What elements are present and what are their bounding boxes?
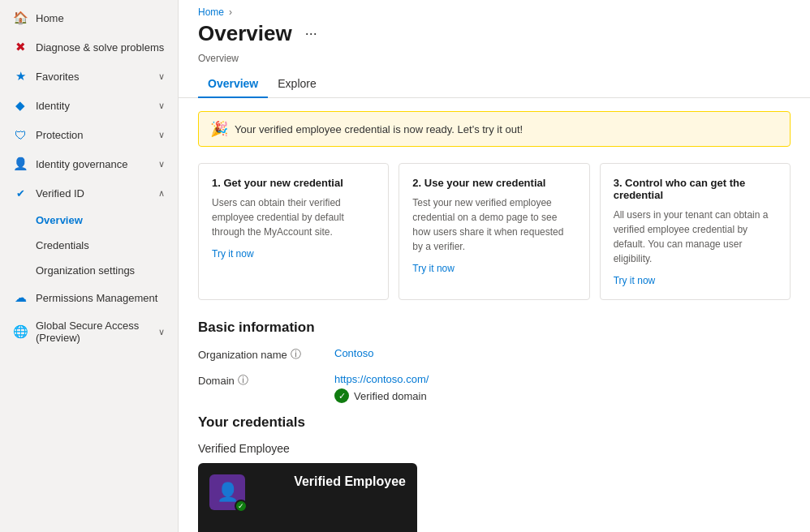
- info-icon[interactable]: ⓘ: [291, 347, 301, 362]
- global-icon: 🌐: [13, 324, 28, 339]
- sidebar-item-label: Permissions Management: [36, 292, 165, 304]
- chevron-down-icon: ∨: [158, 327, 165, 337]
- card-try-link[interactable]: Try it now: [412, 263, 455, 274]
- card-title: 2. Use your new credential: [412, 177, 575, 189]
- card-get-credential: 1. Get your new credential Users can obt…: [198, 163, 389, 300]
- info-icon[interactable]: ⓘ: [238, 373, 248, 388]
- breadcrumb-separator: ›: [229, 6, 232, 18]
- sidebar-item-label: Verified ID: [36, 187, 150, 200]
- identity-icon: ◆: [13, 98, 28, 113]
- banner-text: Your verified employee credential is now…: [235, 123, 523, 135]
- content-area: 🎉 Your verified employee credential is n…: [179, 98, 810, 532]
- card-description: Test your new verified employee credenti…: [412, 195, 575, 254]
- card-title: 3. Control who can get the credential: [614, 177, 777, 201]
- card-description: Users can obtain their verified employee…: [212, 195, 375, 239]
- domain-label: Domain: [198, 375, 235, 387]
- main-content: Home › Overview ··· Overview Overview Ex…: [179, 0, 810, 532]
- sidebar-item-label: Global Secure Access (Preview): [36, 320, 150, 344]
- credential-person-icon: 👤: [217, 482, 239, 503]
- credential-card-title: Verified Employee: [294, 474, 406, 489]
- sidebar-item-identity[interactable]: ◆ Identity ∨: [0, 91, 178, 120]
- card-title: 1. Get your new credential: [212, 177, 375, 189]
- domain-row: Domain ⓘ https://contoso.com/ ✓ Verified…: [198, 373, 791, 403]
- sub-item-label: Overview: [36, 214, 83, 226]
- chevron-up-icon: ∧: [158, 188, 165, 199]
- card-use-credential: 2. Use your new credential Test your new…: [399, 163, 589, 300]
- org-name-row: Organization name ⓘ Contoso: [198, 347, 791, 362]
- verified-id-icon: ✔: [13, 186, 28, 200]
- page-title: Overview: [198, 21, 292, 46]
- tabs-bar: Overview Explore: [179, 71, 810, 98]
- card-control-credential: 3. Control who can get the credential Al…: [600, 163, 791, 300]
- sidebar-item-governance[interactable]: 👤 Identity governance ∨: [0, 149, 178, 178]
- credential-logo: 👤 ✓: [209, 474, 245, 510]
- domain-url[interactable]: https://contoso.com/: [334, 373, 429, 385]
- sidebar-sub-item-overview[interactable]: Overview: [0, 208, 178, 233]
- sidebar-item-favorites[interactable]: ★ Favorites ∨: [0, 62, 178, 91]
- credential-check-icon: ✓: [238, 502, 244, 510]
- page-header: Overview ···: [179, 18, 810, 53]
- credential-card: 👤 ✓ Verified Employee Contoso: [198, 463, 417, 532]
- sidebar: 🏠 Home ✖ Diagnose & solve problems ★ Fav…: [0, 0, 179, 532]
- favorites-icon: ★: [13, 69, 28, 84]
- breadcrumb-home[interactable]: Home: [198, 6, 224, 18]
- verified-row: ✓ Verified domain: [334, 388, 791, 403]
- banner-icon: 🎉: [210, 120, 228, 138]
- getting-started-cards: 1. Get your new credential Users can obt…: [198, 163, 791, 300]
- sidebar-item-diagnose[interactable]: ✖ Diagnose & solve problems: [0, 32, 178, 62]
- sub-item-label: Credentials: [36, 239, 89, 251]
- home-icon: 🏠: [13, 11, 28, 25]
- verified-badge: ✓: [334, 388, 349, 403]
- more-options-button[interactable]: ···: [300, 24, 322, 44]
- page-subtitle: Overview: [179, 53, 810, 71]
- sidebar-sub-item-org-settings[interactable]: Organization settings: [0, 258, 178, 283]
- sidebar-item-permissions[interactable]: ☁ Permissions Management: [0, 283, 178, 312]
- basic-info-section: Basic information Organization name ⓘ Co…: [198, 320, 791, 403]
- sidebar-section-main: 🏠 Home ✖ Diagnose & solve problems ★ Fav…: [0, 3, 178, 351]
- sidebar-item-label: Diagnose & solve problems: [36, 41, 165, 54]
- card-try-link[interactable]: Try it now: [212, 248, 254, 260]
- sidebar-sub-item-credentials[interactable]: Credentials: [0, 233, 178, 258]
- credentials-subtitle: Verified Employee: [198, 442, 791, 455]
- sidebar-item-label: Home: [36, 12, 165, 24]
- permissions-icon: ☁: [13, 290, 28, 305]
- sidebar-item-global[interactable]: 🌐 Global Secure Access (Preview) ∨: [0, 312, 178, 351]
- breadcrumb: Home ›: [179, 0, 810, 18]
- sidebar-item-label: Identity: [36, 100, 150, 112]
- protection-icon: 🛡: [13, 127, 28, 142]
- card-description: All users in your tenant can obtain a ve…: [614, 208, 777, 266]
- sidebar-item-protection[interactable]: 🛡 Protection ∨: [0, 120, 178, 149]
- governance-icon: 👤: [13, 157, 28, 171]
- tab-explore[interactable]: Explore: [268, 71, 325, 98]
- card-try-link[interactable]: Try it now: [614, 275, 656, 286]
- tab-overview[interactable]: Overview: [198, 71, 268, 98]
- chevron-down-icon: ∨: [158, 101, 165, 111]
- chevron-down-icon: ∨: [158, 71, 165, 82]
- sidebar-item-verified-id[interactable]: ✔ Verified ID ∧: [0, 178, 178, 208]
- sidebar-item-label: Identity governance: [36, 158, 150, 170]
- sidebar-item-home[interactable]: 🏠 Home: [0, 3, 178, 32]
- credential-verified-badge: ✓: [235, 500, 248, 513]
- chevron-down-icon: ∨: [158, 159, 165, 169]
- ready-banner: 🎉 Your verified employee credential is n…: [198, 111, 791, 147]
- sub-item-label: Organization settings: [36, 264, 135, 277]
- sidebar-item-label: Favorites: [36, 71, 150, 83]
- verified-text: Verified domain: [354, 390, 427, 402]
- org-name-value[interactable]: Contoso: [334, 347, 373, 359]
- sidebar-item-label: Protection: [36, 129, 150, 141]
- basic-info-title: Basic information: [198, 320, 791, 336]
- credentials-section: Your credentials Verified Employee 👤 ✓ V…: [198, 414, 791, 532]
- org-name-label: Organization name: [198, 349, 287, 361]
- chevron-down-icon: ∨: [158, 130, 165, 140]
- credentials-section-title: Your credentials: [198, 414, 791, 431]
- diagnose-icon: ✖: [13, 40, 28, 54]
